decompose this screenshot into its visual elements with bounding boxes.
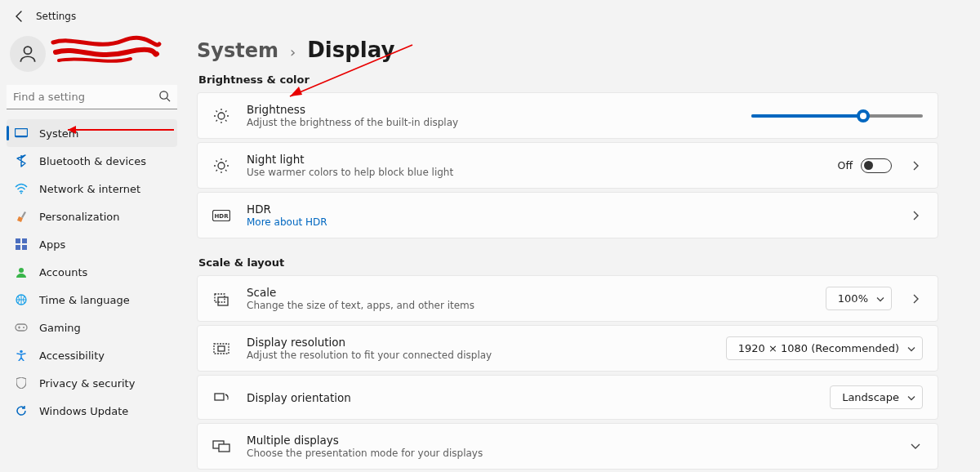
gamepad-icon [15, 321, 28, 334]
svg-rect-6 [16, 238, 20, 243]
resolution-icon [212, 340, 230, 358]
orientation-dropdown[interactable]: Landscape [830, 385, 923, 409]
sidebar: System Bluetooth & devices Network & int… [0, 33, 184, 472]
sun-icon [212, 107, 230, 125]
resolution-sub: Adjust the resolution to fit your connec… [247, 350, 710, 361]
svg-text:HDR: HDR [214, 213, 229, 220]
scale-value: 100% [838, 292, 868, 305]
page-title: Display [307, 38, 394, 62]
breadcrumb: System › Display [197, 38, 938, 62]
orientation-title: Display orientation [247, 391, 813, 404]
sidebar-item-bluetooth[interactable]: Bluetooth & devices [7, 147, 177, 175]
sidebar-item-label: Accounts [39, 266, 87, 278]
hdr-icon: HDR [212, 207, 230, 225]
svg-point-5 [20, 193, 22, 194]
sidebar-item-accessibility[interactable]: Accessibility [7, 341, 177, 369]
profile-block[interactable] [7, 33, 177, 82]
svg-line-20 [216, 110, 218, 112]
scale-icon [212, 290, 230, 308]
svg-line-2 [167, 98, 170, 101]
sidebar-item-windows-update[interactable]: Windows Update [7, 397, 177, 425]
back-button[interactable] [8, 5, 31, 28]
svg-point-1 [160, 91, 167, 99]
chevron-right-icon[interactable] [908, 292, 923, 306]
sidebar-item-time-language[interactable]: Time & language [7, 286, 177, 314]
night-light-toggle-label: Off [838, 159, 853, 171]
brush-icon [15, 210, 28, 223]
window-title: Settings [36, 11, 76, 22]
resolution-dropdown[interactable]: 1920 × 1080 (Recommended) [726, 336, 923, 360]
svg-point-13 [23, 327, 24, 328]
apps-icon [15, 238, 28, 251]
orientation-card[interactable]: Display orientation Landscape [197, 375, 938, 420]
orientation-value: Landscape [842, 391, 899, 403]
sidebar-item-gaming[interactable]: Gaming [7, 314, 177, 341]
sidebar-item-label: Privacy & security [39, 377, 135, 390]
sidebar-item-privacy[interactable]: Privacy & security [7, 369, 177, 397]
chevron-right-icon[interactable] [908, 158, 923, 173]
svg-line-31 [225, 160, 227, 162]
sidebar-item-system[interactable]: System [7, 119, 177, 147]
scale-dropdown[interactable]: 100% [826, 287, 892, 310]
chevron-down-icon [907, 342, 915, 354]
svg-point-14 [20, 350, 23, 354]
globe-icon [15, 293, 28, 306]
section-heading-brightness-color: Brightness & color [198, 73, 938, 86]
sidebar-item-label: Personalization [39, 211, 120, 223]
hdr-link[interactable]: More about HDR [247, 216, 892, 228]
multiple-displays-card[interactable]: Multiple displays Choose the presentatio… [197, 423, 938, 470]
chevron-down-icon[interactable] [908, 439, 923, 454]
redaction-scribble [49, 33, 163, 69]
scale-card[interactable]: Scale Change the size of text, apps, and… [197, 275, 938, 322]
chevron-right-icon[interactable] [908, 208, 923, 223]
svg-rect-36 [218, 297, 228, 305]
svg-point-15 [218, 113, 225, 119]
svg-point-24 [218, 163, 225, 169]
sidebar-item-label: Bluetooth & devices [39, 155, 146, 167]
brightness-sub: Adjust the brightness of the built-in di… [247, 117, 735, 128]
sidebar-item-network[interactable]: Network & internet [7, 175, 177, 203]
main-content: System › Display Brightness & color Brig… [184, 33, 968, 472]
night-light-toggle[interactable] [861, 158, 892, 173]
svg-rect-41 [219, 444, 229, 452]
sidebar-item-label: Gaming [39, 322, 81, 334]
resolution-card[interactable]: Display resolution Adjust the resolution… [197, 325, 938, 372]
sidebar-item-label: Apps [39, 238, 65, 251]
shield-icon [15, 376, 28, 390]
night-light-icon [212, 157, 230, 175]
breadcrumb-parent[interactable]: System [197, 39, 278, 62]
svg-rect-8 [16, 245, 20, 250]
breadcrumb-separator: › [290, 43, 296, 60]
svg-line-21 [225, 120, 227, 122]
brightness-title: Brightness [247, 103, 735, 116]
svg-line-22 [225, 110, 227, 112]
sidebar-item-apps[interactable]: Apps [7, 230, 177, 258]
svg-rect-37 [214, 344, 229, 354]
sidebar-item-label: Windows Update [39, 405, 128, 417]
svg-line-23 [216, 120, 218, 122]
svg-line-30 [225, 170, 227, 171]
search-input[interactable] [7, 85, 177, 109]
sidebar-item-label: System [39, 127, 78, 140]
scale-sub: Change the size of text, apps, and other… [247, 300, 809, 311]
svg-rect-35 [215, 294, 225, 302]
night-light-title: Night light [247, 153, 822, 166]
chevron-down-icon [876, 292, 884, 305]
night-light-sub: Use warmer colors to help block blue lig… [247, 167, 822, 178]
wifi-icon [15, 182, 28, 195]
sidebar-item-personalization[interactable]: Personalization [7, 203, 177, 230]
svg-line-32 [216, 170, 218, 171]
brightness-slider[interactable] [751, 114, 923, 118]
bluetooth-icon [15, 154, 28, 167]
search-icon [158, 90, 171, 105]
svg-rect-9 [22, 245, 27, 250]
multiple-displays-title: Multiple displays [247, 434, 892, 447]
night-light-card[interactable]: Night light Use warmer colors to help bl… [197, 142, 938, 189]
resolution-value: 1920 × 1080 (Recommended) [738, 342, 899, 354]
svg-rect-38 [218, 346, 225, 351]
sidebar-item-accounts[interactable]: Accounts [7, 258, 177, 286]
brightness-card[interactable]: Brightness Adjust the brightness of the … [197, 92, 938, 139]
hdr-card[interactable]: HDR HDR More about HDR [197, 192, 938, 238]
avatar [10, 36, 46, 72]
chevron-down-icon [907, 391, 915, 403]
